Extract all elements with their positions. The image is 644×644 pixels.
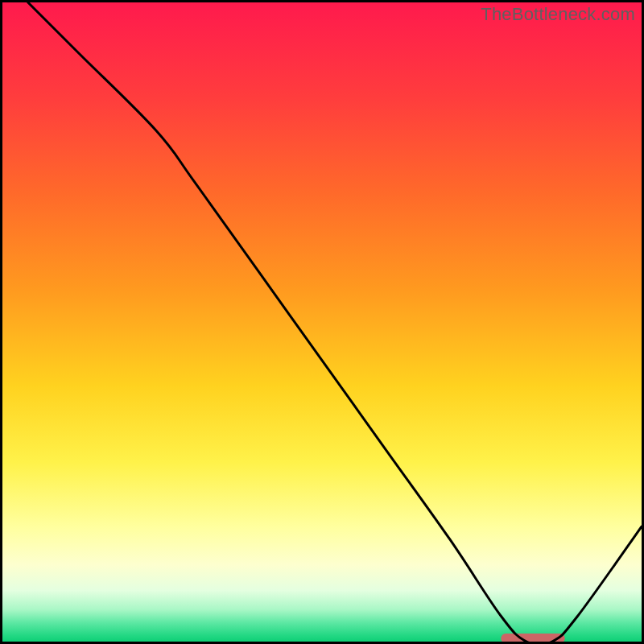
chart-canvas [2,2,642,642]
chart-frame: TheBottleneck.com [0,0,644,644]
watermark-label: TheBottleneck.com [481,4,635,25]
gradient-background [2,2,642,642]
